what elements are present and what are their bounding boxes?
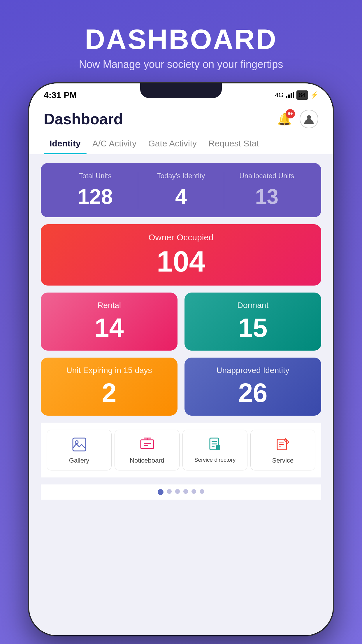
svg-point-6: [75, 441, 78, 444]
page-dot-5: [191, 489, 196, 494]
owner-occupied-value: 104: [52, 245, 310, 277]
today-identity-value: 4: [138, 185, 224, 209]
unallocated-units-stat: Unallocated Units 13: [224, 172, 310, 209]
unit-expiring-card[interactable]: Unit Expiring in 15 days 2: [41, 358, 178, 416]
unapproved-identity-card[interactable]: Unapproved Identity 26: [184, 358, 321, 416]
page-dot-2: [167, 489, 172, 494]
page-dots: [41, 484, 321, 500]
owner-occupied-card[interactable]: Owner Occupied 104: [41, 224, 321, 286]
svg-rect-7: [141, 440, 154, 449]
charging-icon: ⚡: [310, 91, 318, 99]
nav-gallery[interactable]: Gallery: [47, 430, 112, 470]
nav-noticeboard[interactable]: Noticeboard: [115, 430, 180, 470]
page-dot-3: [175, 489, 180, 494]
dormant-card[interactable]: Dormant 15: [184, 293, 321, 351]
header-icons: 🔔 9+: [275, 110, 318, 128]
rental-label: Rental: [50, 301, 169, 310]
bottom-nav: Gallery Noticeboard: [41, 423, 321, 477]
dormant-label: Dormant: [193, 301, 312, 310]
tab-identity[interactable]: Identity: [44, 134, 87, 154]
battery-indicator: 84: [296, 90, 308, 100]
app-header: Dashboard 🔔 9+: [29, 104, 333, 128]
phone-notch: [140, 83, 222, 98]
unallocated-units-label: Unallocated Units: [224, 172, 310, 180]
service-label: Service: [272, 457, 294, 464]
service-directory-icon: [206, 436, 224, 453]
rental-dormant-row: Rental 14 Dormant 15: [41, 293, 321, 351]
today-identity-label: Today's Identity: [138, 172, 224, 180]
main-content: Total Units 128 Today's Identity 4 Unall…: [29, 154, 333, 635]
unallocated-units-value: 13: [224, 185, 310, 209]
total-units-value: 128: [52, 185, 138, 209]
user-profile-button[interactable]: [300, 110, 318, 128]
tab-ac-activity[interactable]: A/C Activity: [87, 134, 143, 154]
svg-rect-2: [291, 93, 292, 98]
owner-occupied-label: Owner Occupied: [52, 232, 310, 242]
service-icon: [274, 436, 292, 453]
svg-rect-3: [293, 92, 294, 98]
status-icons: 4G 84 ⚡: [275, 90, 318, 100]
page-dot-6: [200, 489, 204, 494]
nav-service[interactable]: Service: [250, 430, 315, 470]
svg-rect-16: [216, 445, 220, 450]
page-subtitle: Now Manage your society on your fingerti…: [79, 58, 283, 71]
noticeboard-label: Noticeboard: [130, 457, 164, 464]
notification-badge: 9+: [286, 109, 295, 118]
page-dot-4: [183, 489, 188, 494]
service-directory-label: Service directory: [194, 457, 236, 463]
phone-inner: 4:31 PM 4G 84 ⚡ Dashboard: [29, 83, 333, 635]
unit-expiring-value: 2: [50, 379, 169, 407]
notification-button[interactable]: 🔔 9+: [275, 110, 294, 128]
gallery-label: Gallery: [69, 457, 89, 464]
dormant-value: 15: [193, 314, 312, 342]
svg-rect-5: [73, 438, 86, 451]
total-units-stat: Total Units 128: [52, 172, 138, 209]
tab-request-stat[interactable]: Request Stat: [203, 134, 265, 154]
gallery-icon: [71, 436, 88, 453]
unit-expiring-label: Unit Expiring in 15 days: [50, 366, 169, 375]
svg-rect-1: [288, 94, 290, 98]
svg-rect-0: [286, 96, 287, 98]
signal-icon: [286, 92, 294, 98]
total-units-label: Total Units: [52, 172, 138, 180]
unapproved-identity-value: 26: [193, 379, 312, 407]
svg-point-4: [307, 115, 311, 119]
unapproved-identity-label: Unapproved Identity: [193, 366, 312, 375]
page-header: DASHBOARD Now Manage your society on you…: [79, 23, 283, 71]
noticeboard-icon: [138, 436, 156, 453]
phone-frame: 4:31 PM 4G 84 ⚡ Dashboard: [28, 82, 334, 636]
today-identity-stat: Today's Identity 4: [138, 172, 224, 209]
nav-service-directory[interactable]: Service directory: [182, 430, 247, 470]
page-dot-1: [158, 489, 164, 495]
rental-value: 14: [50, 314, 169, 342]
rental-card[interactable]: Rental 14: [41, 293, 178, 351]
page-title: DASHBOARD: [79, 23, 283, 55]
tabs-bar: Identity A/C Activity Gate Activity Requ…: [29, 128, 333, 154]
tab-gate-activity[interactable]: Gate Activity: [142, 134, 203, 154]
status-time: 4:31 PM: [44, 90, 77, 100]
app-title: Dashboard: [44, 110, 123, 128]
expiring-unapproved-row: Unit Expiring in 15 days 2 Unapproved Id…: [41, 358, 321, 416]
network-icon: 4G: [275, 91, 283, 99]
stats-card: Total Units 128 Today's Identity 4 Unall…: [41, 163, 321, 217]
